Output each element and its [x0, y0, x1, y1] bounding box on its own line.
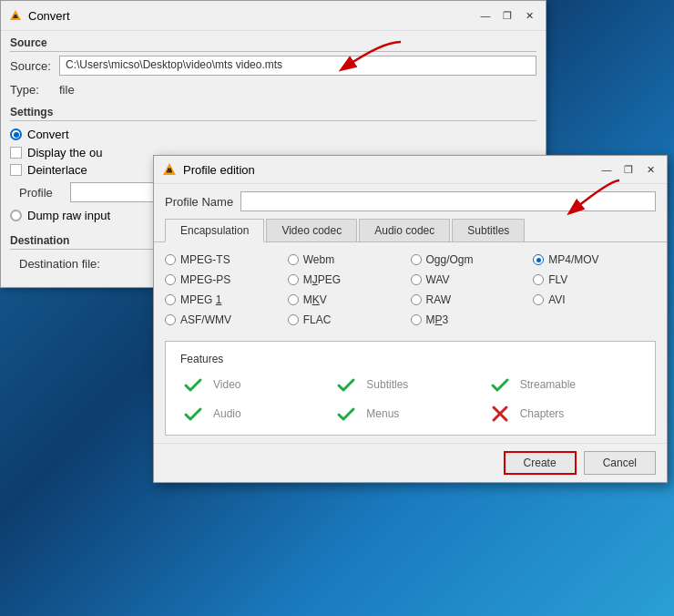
feature-menus: Menus [333, 404, 486, 424]
codec-grid: MPEG-TS MPEG-PS MPEG 1 ASF/WMV Webm [154, 242, 667, 337]
aud-ogg[interactable]: Ogg/Ogm [411, 253, 534, 266]
vid-flac-label: FLAC [303, 313, 332, 326]
aud-ogg-radio[interactable] [411, 254, 422, 265]
tab-subtitles[interactable]: Subtitles [452, 219, 525, 241]
tab-audio-codec[interactable]: Audio codec [359, 219, 450, 241]
enc-asf-wmv[interactable]: ASF/WMV [165, 313, 288, 326]
mp4-arrow [528, 173, 638, 237]
features-title: Features [180, 353, 640, 365]
dump-label: Dump raw input [27, 209, 110, 222]
type-value: file [59, 83, 75, 97]
menus-check-icon [333, 404, 359, 424]
aud-mp3-radio[interactable] [411, 314, 422, 325]
minimize-button[interactable]: — [476, 6, 495, 25]
aud-wav-radio[interactable] [411, 274, 422, 285]
type-label: Type: [10, 83, 56, 97]
enc-mpeg-ps[interactable]: MPEG-PS [165, 273, 288, 286]
display-checkbox[interactable] [10, 147, 22, 159]
features-grid: Video Subtitles Streamable [180, 375, 640, 424]
svg-rect-1 [14, 16, 18, 18]
source-label: Source: [10, 59, 56, 73]
svg-rect-6 [168, 169, 171, 171]
aud-raw-radio[interactable] [411, 294, 422, 305]
vid-mkv-radio[interactable] [288, 294, 299, 305]
sub-avi-radio[interactable] [533, 294, 544, 305]
dialog-close-button[interactable]: ✕ [641, 160, 659, 179]
deinterlace-checkbox[interactable] [10, 164, 22, 176]
profile-name-label: Profile Name [165, 195, 233, 209]
feature-chapters: Chapters [487, 404, 640, 424]
deinterlace-label: Deinterlace [27, 163, 87, 177]
enc-mpeg-ts-radio[interactable] [165, 254, 176, 265]
video-codec-col: Webm MJPEG MKV FLAC [288, 253, 411, 326]
enc-mpeg-ts[interactable]: MPEG-TS [165, 253, 288, 266]
feature-audio: Audio [180, 404, 333, 424]
chapters-cross-icon [487, 404, 513, 424]
streamable-check-icon [487, 375, 513, 395]
aud-mp3[interactable]: MP3 [411, 313, 534, 326]
feature-video-label: Video [213, 378, 240, 391]
feature-audio-label: Audio [213, 407, 241, 420]
feature-subtitles: Subtitles [333, 375, 486, 395]
sub-avi-label: AVI [548, 293, 565, 306]
enc-mpeg-ps-radio[interactable] [165, 274, 176, 285]
vid-flac-radio[interactable] [288, 314, 299, 325]
convert-radio[interactable] [10, 128, 22, 140]
enc-mpeg1[interactable]: MPEG 1 [165, 293, 288, 306]
tab-encapsulation[interactable]: Encapsulation [165, 219, 264, 242]
aud-raw[interactable]: RAW [411, 293, 534, 306]
dump-radio[interactable] [10, 210, 22, 221]
features-section: Features Video Subtitles Str [165, 341, 656, 436]
aud-wav-label: WAV [426, 273, 450, 286]
svg-rect-2 [15, 15, 17, 16]
main-title: Convert [28, 9, 471, 23]
svg-rect-5 [167, 170, 172, 173]
sub-flv-radio[interactable] [533, 274, 544, 285]
convert-label: Convert [27, 128, 69, 141]
dest-file-label: Destination file: [19, 257, 100, 271]
sub-mp4-mov-radio[interactable] [533, 254, 544, 265]
enc-mpeg-ts-label: MPEG-TS [180, 253, 230, 266]
feature-video: Video [180, 375, 333, 395]
vid-webm-radio[interactable] [288, 254, 299, 265]
subtitles-check-icon [333, 375, 359, 395]
main-title-bar: Convert — ❐ ✕ [1, 1, 546, 31]
vid-mjpeg[interactable]: MJPEG [288, 273, 411, 286]
convert-radio-row: Convert [10, 125, 536, 144]
vid-webm-label: Webm [303, 253, 334, 266]
vid-webm[interactable]: Webm [288, 253, 411, 266]
aud-ogg-label: Ogg/Ogm [426, 253, 474, 266]
feature-menus-label: Menus [366, 407, 399, 420]
vid-mkv[interactable]: MKV [288, 293, 411, 306]
vid-flac[interactable]: FLAC [288, 313, 411, 326]
display-label: Display the ou [27, 146, 102, 159]
dialog-footer: Create Cancel [154, 443, 667, 482]
enc-asf-wmv-radio[interactable] [165, 314, 176, 325]
sub-flv[interactable]: FLV [533, 273, 656, 286]
window-controls: — ❐ ✕ [476, 6, 538, 25]
vid-mjpeg-label: MJPEG [303, 273, 341, 286]
sub-mp4-mov[interactable]: MP4/MOV [533, 253, 656, 266]
settings-section-label: Settings [1, 100, 546, 120]
tab-video-codec[interactable]: Video codec [266, 219, 357, 241]
enc-mpeg1-label: MPEG 1 [180, 293, 221, 306]
vlc-icon [8, 8, 23, 23]
enc-mpeg1-radio[interactable] [165, 294, 176, 305]
cancel-button[interactable]: Cancel [584, 451, 656, 475]
feature-subtitles-label: Subtitles [366, 378, 408, 391]
vid-mjpeg-radio[interactable] [288, 274, 299, 285]
encapsulation-col: MPEG-TS MPEG-PS MPEG 1 ASF/WMV [165, 253, 288, 326]
feature-chapters-label: Chapters [520, 407, 565, 420]
sub-mp4-mov-label: MP4/MOV [548, 253, 598, 266]
vlc-dialog-icon [161, 161, 178, 178]
maximize-button[interactable]: ❐ [498, 6, 516, 25]
aud-wav[interactable]: WAV [411, 273, 534, 286]
close-button[interactable]: ✕ [520, 6, 538, 25]
sub-flv-label: FLV [548, 273, 567, 286]
audio-check-icon [180, 404, 206, 424]
video-check-icon [180, 375, 206, 395]
sub-avi[interactable]: AVI [533, 293, 656, 306]
create-button[interactable]: Create [504, 451, 577, 475]
feature-streamable-label: Streamable [520, 378, 576, 391]
aud-raw-label: RAW [426, 293, 452, 306]
